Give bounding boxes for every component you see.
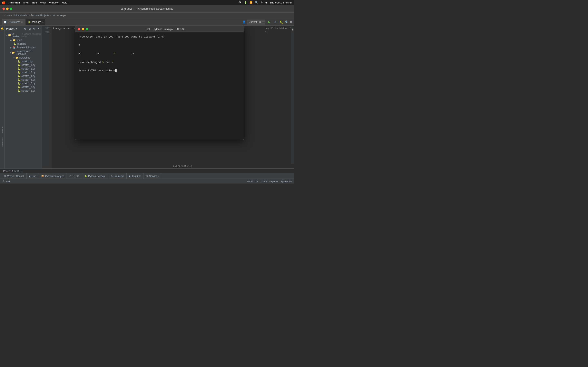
version-control-icon: ⚙ xyxy=(4,175,6,177)
run-button[interactable]: ▶ xyxy=(267,20,272,25)
menu-help[interactable]: Help xyxy=(62,1,67,4)
terminal-line-2 xyxy=(78,39,241,43)
hide-button[interactable]: ✕ xyxy=(37,27,40,31)
bottom-tab-python-packages[interactable]: 📦 Python Packages xyxy=(39,173,67,179)
maximize-button[interactable] xyxy=(10,8,12,10)
tree-cs-grades[interactable]: ▾ 📁 cs-grades ~/PycharmProjects/cs-grade… xyxy=(4,32,42,38)
menu-shell[interactable]: Shell xyxy=(23,1,29,4)
folder-icon: 📁 xyxy=(8,34,11,36)
apple-menu[interactable]: 🍎 xyxy=(2,1,6,4)
file-icon: 📄 xyxy=(4,21,7,24)
minimize-button[interactable] xyxy=(6,8,9,10)
bottom-code-bar: print_rules() xyxy=(0,168,294,173)
tree-venv[interactable]: ▶ 📁 venv xyxy=(4,38,42,42)
indent-info[interactable]: 4 spaces xyxy=(269,180,278,183)
tree-scratch-py[interactable]: 🐍 scratch.py xyxy=(4,59,42,63)
line-ending[interactable]: LF xyxy=(255,180,258,183)
collapse-button[interactable]: ⊟ xyxy=(28,27,31,31)
bottom-tab-label: Problems xyxy=(114,175,124,178)
tree-scratch2[interactable]: 🐍 scratch_2.py xyxy=(4,67,42,71)
debug-button[interactable]: 🐛 xyxy=(279,20,284,25)
terminal-maximize[interactable] xyxy=(86,28,88,30)
scratches-icon: 📁 xyxy=(15,56,18,59)
tree-item-label: Scratches and Consoles xyxy=(16,50,40,55)
terminal-titlebar: cat — python3 ./main.py — 121×36 xyxy=(75,26,244,33)
search-icon-toolbar[interactable]: 🔍 xyxy=(285,20,288,24)
tree-scratch4[interactable]: 🐍 scratch_4.py xyxy=(4,74,42,78)
venv-folder-icon: 📁 xyxy=(13,39,16,42)
terminal-line-5: ?? ?? 7 ?? xyxy=(78,52,241,56)
bottom-tab-label: Python Console xyxy=(88,175,105,178)
py-file-icon: 🐍 xyxy=(28,21,31,24)
validation-checkmark: ✓ xyxy=(291,26,294,29)
bottom-tab-run[interactable]: ▶ Run xyxy=(26,173,39,179)
tree-scratches-consoles[interactable]: ▾ 📁 Scratches and Consoles xyxy=(4,49,42,56)
settings-button[interactable]: ⚙ xyxy=(32,27,36,31)
tree-scratch3[interactable]: 🐍 scratch_3.py xyxy=(4,71,42,74)
edge-bookmarks[interactable]: Bookmarks xyxy=(0,140,4,144)
edge-structure[interactable]: Structure xyxy=(0,127,4,131)
terminal-window[interactable]: cat — python3 ./main.py — 121×36 Type wh… xyxy=(75,26,244,140)
tab-close-main[interactable]: ✕ xyxy=(42,21,43,23)
current-file-button[interactable]: Current File ▾ xyxy=(247,20,265,25)
tree-item-label: scratch_7.py xyxy=(21,86,35,89)
scratch1-icon: 🐍 xyxy=(17,64,21,67)
terminal-body[interactable]: Type which card in your hand you want to… xyxy=(75,33,244,75)
tree-scratch6[interactable]: 🐍 scratch_6.py xyxy=(4,82,42,85)
breadcrumb-cat[interactable]: cat xyxy=(52,14,55,17)
settings-icon-toolbar[interactable]: ⚙ xyxy=(290,20,292,24)
bottom-tab-terminal[interactable]: ▶ Terminal xyxy=(127,173,144,179)
edge-notifications[interactable]: 🔔 xyxy=(0,26,4,31)
bottom-tab-python-console[interactable]: 🐍 Python Console xyxy=(82,173,108,179)
menu-edit[interactable]: Edit xyxy=(32,1,37,4)
tree-item-label: cs-grades xyxy=(12,32,19,38)
tab-label-main: main.py xyxy=(32,21,41,24)
tab-main-py[interactable]: 🐍 main.py ✕ xyxy=(26,19,46,25)
charset[interactable]: UTF-8 xyxy=(260,180,267,183)
tab-3700router[interactable]: 📄 3700router ✕ xyxy=(2,19,25,25)
terminal-minimize[interactable] xyxy=(82,28,84,30)
scratch2-icon: 🐍 xyxy=(17,67,21,70)
locate-button[interactable]: ⊕ xyxy=(23,27,27,31)
tree-item-label: main.py xyxy=(17,42,26,45)
bottom-tab-problems[interactable]: ⚠ Problems xyxy=(108,173,127,179)
tree-scratch7[interactable]: 🐍 scratch_7.py xyxy=(4,85,42,89)
tree-scratch5[interactable]: 🐍 scratch_5.py xyxy=(4,78,42,82)
current-file-chevron: ▾ xyxy=(262,21,264,24)
services-icon: ⚙ xyxy=(146,175,148,177)
bottom-code-line: ayer("Bot4")) xyxy=(173,165,292,167)
breadcrumb-users[interactable]: Users xyxy=(6,14,12,17)
breadcrumb-user[interactable]: lukecolombo xyxy=(15,14,28,17)
terminal-line-6 xyxy=(78,56,241,60)
cursor-position[interactable]: 62:56 xyxy=(247,180,253,183)
tree-scratch1[interactable]: 🐍 scratch_1.py xyxy=(4,63,42,67)
bottom-tab-services[interactable]: ⚙ Services xyxy=(144,173,161,179)
build-button[interactable]: ⚙ xyxy=(273,20,278,25)
toolbar-right: 👤 Current File ▾ ▶ ⚙ 🐛 🔍 ⚙ xyxy=(242,20,292,25)
tree-external-libs[interactable]: ▶ 📚 External Libraries xyxy=(4,46,42,49)
git-icon: ⚙ xyxy=(2,180,4,183)
tree-scratch8[interactable]: 🐍 scratch_8.py xyxy=(4,89,42,92)
bottom-tab-label: Services xyxy=(149,175,159,178)
close-button[interactable] xyxy=(2,8,5,10)
breadcrumb-projects[interactable]: PycharmProjects xyxy=(31,14,49,17)
breadcrumb-file[interactable]: main.py xyxy=(57,14,66,17)
terminal-cursor xyxy=(115,69,117,72)
bottom-tab-todo[interactable]: ✓ TODO xyxy=(67,173,82,179)
tree-scratches[interactable]: ▾ 📁 Scratches xyxy=(4,56,42,59)
tab-close-3700router[interactable]: ✕ xyxy=(21,21,23,23)
menu-view[interactable]: View xyxy=(40,1,46,4)
menu-terminal[interactable]: Terminal xyxy=(9,1,20,4)
python-version[interactable]: Python 3.9 xyxy=(281,180,292,183)
tree-main-py[interactable]: 🐍 main.py xyxy=(4,42,42,46)
problems-icon: ⚠ xyxy=(111,175,113,177)
left-edge-panel: 🔔 Structure Bookmarks xyxy=(0,26,4,168)
search-icon[interactable]: 🔍 xyxy=(255,1,258,4)
breadcrumb-root[interactable]: / xyxy=(2,14,3,17)
bottom-tab-version-control[interactable]: ⚙ Version Control xyxy=(2,173,26,179)
terminal-close[interactable] xyxy=(78,28,80,30)
line-num-377: 377 xyxy=(42,26,51,31)
menu-window[interactable]: Window xyxy=(49,1,59,4)
tree-item-label: scratch_3.py xyxy=(21,71,35,74)
bottom-tab-label: TODO xyxy=(72,175,79,178)
